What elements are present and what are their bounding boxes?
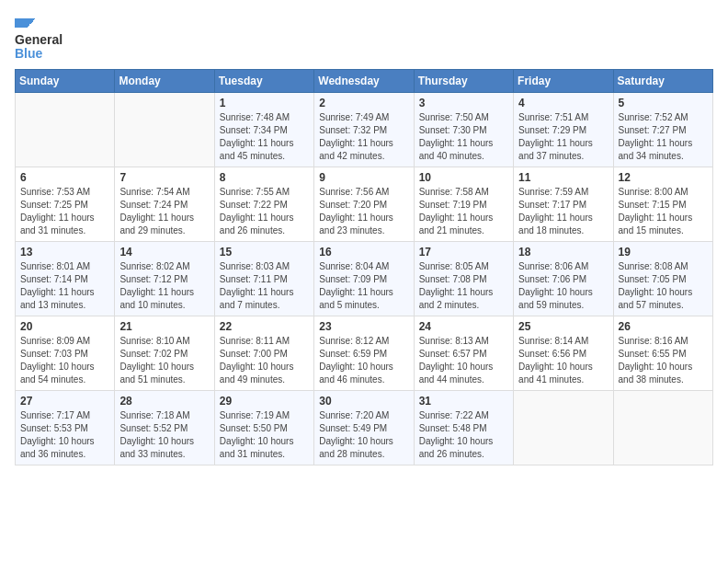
day-number: 27 — [20, 395, 109, 408]
calendar-cell: 15Sunrise: 8:03 AM Sunset: 7:11 PM Dayli… — [214, 241, 313, 316]
day-info: Sunrise: 7:55 AM Sunset: 7:22 PM Dayligh… — [220, 186, 309, 237]
day-number: 2 — [319, 97, 408, 109]
day-number: 14 — [119, 246, 209, 259]
calendar-cell: 28Sunrise: 7:18 AM Sunset: 5:52 PM Dayli… — [115, 390, 214, 465]
day-info: Sunrise: 7:48 AM Sunset: 7:34 PM Dayligh… — [220, 111, 309, 163]
weekday-header: Saturday — [613, 69, 712, 92]
day-info: Sunrise: 8:14 AM Sunset: 6:56 PM Dayligh… — [518, 335, 608, 386]
day-info: Sunrise: 7:50 AM Sunset: 7:30 PM Dayligh… — [419, 111, 508, 163]
calendar-cell: 8Sunrise: 7:55 AM Sunset: 7:22 PM Daylig… — [214, 167, 313, 241]
day-number: 4 — [518, 97, 608, 109]
calendar-cell: 14Sunrise: 8:02 AM Sunset: 7:12 PM Dayli… — [115, 241, 214, 316]
day-number: 20 — [20, 320, 109, 333]
calendar-cell: 7Sunrise: 7:54 AM Sunset: 7:24 PM Daylig… — [115, 167, 214, 241]
day-info: Sunrise: 8:11 AM Sunset: 7:00 PM Dayligh… — [220, 335, 309, 386]
calendar-cell: 19Sunrise: 8:08 AM Sunset: 7:05 PM Dayli… — [613, 241, 712, 316]
day-info: Sunrise: 8:03 AM Sunset: 7:11 PM Dayligh… — [220, 260, 309, 312]
calendar-cell: 2Sunrise: 7:49 AM Sunset: 7:32 PM Daylig… — [314, 92, 414, 167]
day-info: Sunrise: 8:13 AM Sunset: 6:57 PM Dayligh… — [419, 335, 508, 386]
day-number: 19 — [619, 246, 708, 259]
calendar-cell: 26Sunrise: 8:16 AM Sunset: 6:55 PM Dayli… — [613, 316, 712, 390]
calendar-cell: 24Sunrise: 8:13 AM Sunset: 6:57 PM Dayli… — [414, 316, 513, 390]
day-number: 30 — [319, 395, 408, 408]
day-number: 12 — [619, 171, 708, 184]
calendar-cell: 25Sunrise: 8:14 AM Sunset: 6:56 PM Dayli… — [514, 316, 613, 390]
calendar-cell — [115, 92, 214, 167]
calendar-cell — [16, 92, 115, 167]
day-info: Sunrise: 7:18 AM Sunset: 5:52 PM Dayligh… — [119, 409, 209, 461]
weekday-row: SundayMondayTuesdayWednesdayThursdayFrid… — [16, 69, 713, 92]
calendar-cell: 21Sunrise: 8:10 AM Sunset: 7:02 PM Dayli… — [115, 316, 214, 390]
calendar-cell — [613, 390, 712, 465]
calendar-cell: 27Sunrise: 7:17 AM Sunset: 5:53 PM Dayli… — [16, 390, 115, 465]
calendar-week-row: 1Sunrise: 7:48 AM Sunset: 7:34 PM Daylig… — [16, 92, 713, 167]
day-number: 31 — [419, 395, 508, 408]
calendar-cell: 22Sunrise: 8:11 AM Sunset: 7:00 PM Dayli… — [214, 316, 313, 390]
calendar-cell: 10Sunrise: 7:58 AM Sunset: 7:19 PM Dayli… — [414, 167, 513, 241]
day-number: 21 — [119, 320, 209, 333]
day-info: Sunrise: 7:52 AM Sunset: 7:27 PM Dayligh… — [619, 111, 708, 163]
page-header: General Blue — [15, 15, 713, 62]
logo: General Blue — [15, 18, 63, 62]
day-number: 6 — [20, 171, 109, 184]
day-info: Sunrise: 8:08 AM Sunset: 7:05 PM Dayligh… — [619, 260, 708, 312]
calendar-week-row: 13Sunrise: 8:01 AM Sunset: 7:14 PM Dayli… — [16, 241, 713, 316]
day-number: 8 — [220, 171, 309, 184]
day-number: 22 — [220, 320, 309, 333]
day-number: 13 — [20, 246, 109, 259]
day-number: 16 — [319, 246, 408, 259]
day-info: Sunrise: 8:12 AM Sunset: 6:59 PM Dayligh… — [319, 335, 408, 386]
day-info: Sunrise: 8:01 AM Sunset: 7:14 PM Dayligh… — [20, 260, 109, 312]
day-number: 17 — [419, 246, 508, 259]
calendar-cell: 9Sunrise: 7:56 AM Sunset: 7:20 PM Daylig… — [314, 167, 414, 241]
calendar-week-row: 6Sunrise: 7:53 AM Sunset: 7:25 PM Daylig… — [16, 167, 713, 241]
day-info: Sunrise: 8:05 AM Sunset: 7:08 PM Dayligh… — [419, 260, 508, 312]
day-number: 1 — [220, 97, 309, 109]
weekday-header: Sunday — [16, 69, 115, 92]
day-info: Sunrise: 7:58 AM Sunset: 7:19 PM Dayligh… — [419, 186, 508, 237]
calendar-cell: 4Sunrise: 7:51 AM Sunset: 7:29 PM Daylig… — [514, 92, 613, 167]
day-info: Sunrise: 8:10 AM Sunset: 7:02 PM Dayligh… — [119, 335, 209, 386]
day-info: Sunrise: 7:56 AM Sunset: 7:20 PM Dayligh… — [319, 186, 408, 237]
day-number: 24 — [419, 320, 508, 333]
calendar-cell: 5Sunrise: 7:52 AM Sunset: 7:27 PM Daylig… — [613, 92, 712, 167]
day-info: Sunrise: 8:16 AM Sunset: 6:55 PM Dayligh… — [619, 335, 708, 386]
day-number: 3 — [419, 97, 508, 109]
day-number: 10 — [419, 171, 508, 184]
calendar-week-row: 20Sunrise: 8:09 AM Sunset: 7:03 PM Dayli… — [16, 316, 713, 390]
calendar-cell: 18Sunrise: 8:06 AM Sunset: 7:06 PM Dayli… — [514, 241, 613, 316]
day-info: Sunrise: 8:04 AM Sunset: 7:09 PM Dayligh… — [319, 260, 408, 312]
calendar-cell: 30Sunrise: 7:20 AM Sunset: 5:49 PM Dayli… — [314, 390, 414, 465]
weekday-header: Tuesday — [214, 69, 313, 92]
day-number: 26 — [619, 320, 708, 333]
day-number: 11 — [518, 171, 608, 184]
day-info: Sunrise: 7:59 AM Sunset: 7:17 PM Dayligh… — [518, 186, 608, 237]
day-number: 28 — [119, 395, 209, 408]
calendar-cell: 31Sunrise: 7:22 AM Sunset: 5:48 PM Dayli… — [414, 390, 513, 465]
calendar-cell: 3Sunrise: 7:50 AM Sunset: 7:30 PM Daylig… — [414, 92, 513, 167]
calendar-cell: 11Sunrise: 7:59 AM Sunset: 7:17 PM Dayli… — [514, 167, 613, 241]
calendar-cell: 16Sunrise: 8:04 AM Sunset: 7:09 PM Dayli… — [314, 241, 414, 316]
calendar-cell — [514, 390, 613, 465]
logo-wordmark: General Blue — [15, 33, 63, 62]
day-info: Sunrise: 8:00 AM Sunset: 7:15 PM Dayligh… — [619, 186, 708, 237]
day-number: 5 — [619, 97, 708, 109]
weekday-header: Monday — [115, 69, 214, 92]
calendar-cell: 13Sunrise: 8:01 AM Sunset: 7:14 PM Dayli… — [16, 241, 115, 316]
day-info: Sunrise: 8:06 AM Sunset: 7:06 PM Dayligh… — [518, 260, 608, 312]
day-info: Sunrise: 7:53 AM Sunset: 7:25 PM Dayligh… — [20, 186, 109, 237]
calendar-cell: 20Sunrise: 8:09 AM Sunset: 7:03 PM Dayli… — [16, 316, 115, 390]
logo-general: General — [15, 33, 63, 47]
day-info: Sunrise: 8:02 AM Sunset: 7:12 PM Dayligh… — [119, 260, 209, 312]
calendar-cell: 17Sunrise: 8:05 AM Sunset: 7:08 PM Dayli… — [414, 241, 513, 316]
day-number: 7 — [119, 171, 209, 184]
day-info: Sunrise: 7:54 AM Sunset: 7:24 PM Dayligh… — [119, 186, 209, 237]
calendar-cell: 29Sunrise: 7:19 AM Sunset: 5:50 PM Dayli… — [214, 390, 313, 465]
day-info: Sunrise: 7:22 AM Sunset: 5:48 PM Dayligh… — [419, 409, 508, 461]
calendar-cell: 23Sunrise: 8:12 AM Sunset: 6:59 PM Dayli… — [314, 316, 414, 390]
day-number: 15 — [220, 246, 309, 259]
weekday-header: Thursday — [414, 69, 513, 92]
day-info: Sunrise: 8:09 AM Sunset: 7:03 PM Dayligh… — [20, 335, 109, 386]
day-info: Sunrise: 7:51 AM Sunset: 7:29 PM Dayligh… — [518, 111, 608, 163]
calendar-week-row: 27Sunrise: 7:17 AM Sunset: 5:53 PM Dayli… — [16, 390, 713, 465]
